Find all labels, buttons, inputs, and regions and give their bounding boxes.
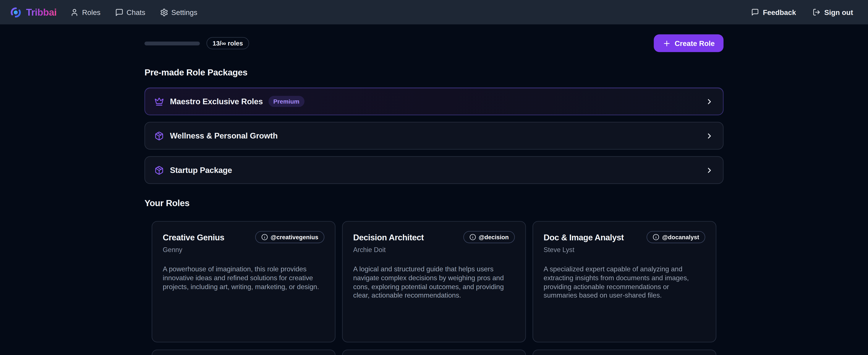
package-row-maestro-exclusive[interactable]: Maestro Exclusive Roles Premium: [145, 88, 723, 115]
role-handle-badge[interactable]: @decision: [463, 231, 515, 243]
role-description: A specialized expert capable of analyzin…: [544, 265, 702, 300]
top-navbar: Tribbai Roles: [0, 0, 868, 24]
package-title: Startup Package: [170, 166, 232, 175]
package-title: Wellness & Personal Growth: [170, 131, 278, 140]
role-handle: @docanalyst: [662, 234, 699, 241]
package-row-wellness-growth[interactable]: Wellness & Personal Growth: [145, 122, 723, 150]
feedback-label: Feedback: [763, 8, 796, 16]
tribbai-logo-icon: [10, 6, 22, 18]
premade-packages-heading: Pre-made Role Packages: [145, 68, 723, 78]
logout-icon: [812, 8, 820, 16]
role-title: Creative Genius: [163, 231, 224, 242]
role-title: Decision Architect: [353, 231, 424, 242]
info-icon: [653, 234, 659, 241]
primary-nav: Roles Chats: [70, 8, 197, 16]
plus-icon: [662, 39, 671, 47]
navbar-left: Tribbai Roles: [10, 6, 197, 18]
create-role-button[interactable]: Create Role: [654, 34, 723, 52]
main-content: 13/∞ roles Create Role Pre-made Role Pac…: [0, 34, 868, 355]
chevron-right-icon: [705, 97, 713, 106]
nav-item-roles[interactable]: Roles: [70, 8, 100, 16]
role-description: A logical and structured guide that help…: [353, 265, 512, 300]
role-card-doc-image-analyst[interactable]: Doc & Image Analyst @docanalyst Steve Ly…: [532, 221, 716, 343]
package-icon: [154, 131, 164, 141]
role-handle-badge[interactable]: @docanalyst: [647, 231, 705, 243]
user-icon: [70, 8, 79, 16]
feedback-button[interactable]: Feedback: [751, 8, 796, 16]
your-roles-heading: Your Roles: [145, 198, 723, 208]
message-square-icon: [751, 8, 759, 16]
nav-item-label: Roles: [82, 8, 100, 16]
brand-home-link[interactable]: Tribbai: [10, 6, 57, 18]
signout-button[interactable]: Sign out: [812, 8, 853, 16]
nav-item-label: Settings: [171, 8, 197, 16]
role-card-partial[interactable]: [532, 350, 716, 355]
package-row-startup[interactable]: Startup Package: [145, 156, 723, 184]
info-icon: [261, 234, 268, 241]
create-role-label: Create Role: [675, 39, 715, 47]
package-list: Maestro Exclusive Roles Premium: [145, 88, 723, 184]
package-title: Maestro Exclusive Roles: [170, 97, 263, 106]
role-subtitle: Archie Doit: [353, 246, 515, 254]
card-header: Doc & Image Analyst @docanalyst: [544, 231, 705, 243]
app-root: Tribbai Roles: [0, 0, 868, 355]
role-handle: @creativegenius: [271, 234, 318, 241]
package-icon: [154, 166, 164, 175]
navbar-right: Feedback Sign out: [751, 8, 853, 16]
role-card-decision-architect[interactable]: Decision Architect @decision Archie Doit…: [342, 221, 526, 343]
chevron-right-icon: [705, 166, 713, 174]
message-square-icon: [115, 8, 123, 16]
role-handle-badge[interactable]: @creativegenius: [255, 231, 324, 243]
role-card-partial[interactable]: [152, 350, 336, 355]
card-header: Decision Architect @decision: [353, 231, 515, 243]
role-card-partial[interactable]: [342, 350, 526, 355]
role-subtitle: Genny: [163, 246, 324, 254]
roles-count-badge: 13/∞ roles: [207, 37, 249, 49]
crown-icon: [154, 97, 164, 106]
signout-label: Sign out: [824, 8, 853, 16]
nav-item-settings[interactable]: Settings: [160, 8, 197, 16]
nav-item-chats[interactable]: Chats: [115, 8, 145, 16]
role-cards-grid-next-row: [145, 350, 723, 355]
roles-usage: 13/∞ roles: [145, 37, 249, 49]
info-icon: [469, 234, 476, 241]
role-handle: @decision: [478, 234, 509, 241]
chevron-right-icon: [705, 131, 713, 140]
gear-icon: [160, 8, 168, 16]
card-header: Creative Genius @creativegenius: [163, 231, 324, 243]
nav-item-label: Chats: [126, 8, 145, 16]
brand-name: Tribbai: [26, 6, 57, 18]
roles-progress-bar: [145, 41, 200, 45]
role-subtitle: Steve Lyst: [544, 246, 705, 254]
role-cards-grid: Creative Genius @creativegenius Genny A …: [145, 221, 723, 343]
role-title: Doc & Image Analyst: [544, 231, 624, 242]
roles-toolbar: 13/∞ roles Create Role: [145, 34, 723, 52]
premium-badge: Premium: [268, 96, 304, 107]
role-card-creative-genius[interactable]: Creative Genius @creativegenius Genny A …: [152, 221, 336, 343]
role-description: A powerhouse of imagination, this role p…: [163, 265, 321, 292]
